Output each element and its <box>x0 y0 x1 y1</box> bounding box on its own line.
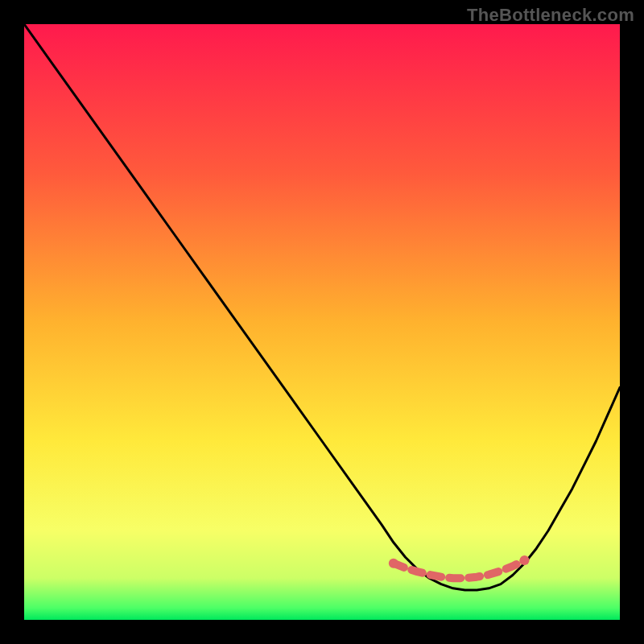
gradient-background <box>24 24 620 620</box>
optimal-zone-endcap <box>520 555 530 565</box>
chart-frame: TheBottleneck.com <box>0 0 644 644</box>
optimal-zone-endcap <box>389 559 398 568</box>
watermark-text: TheBottleneck.com <box>467 5 634 26</box>
plot-area <box>24 24 620 620</box>
chart-svg <box>24 24 620 620</box>
